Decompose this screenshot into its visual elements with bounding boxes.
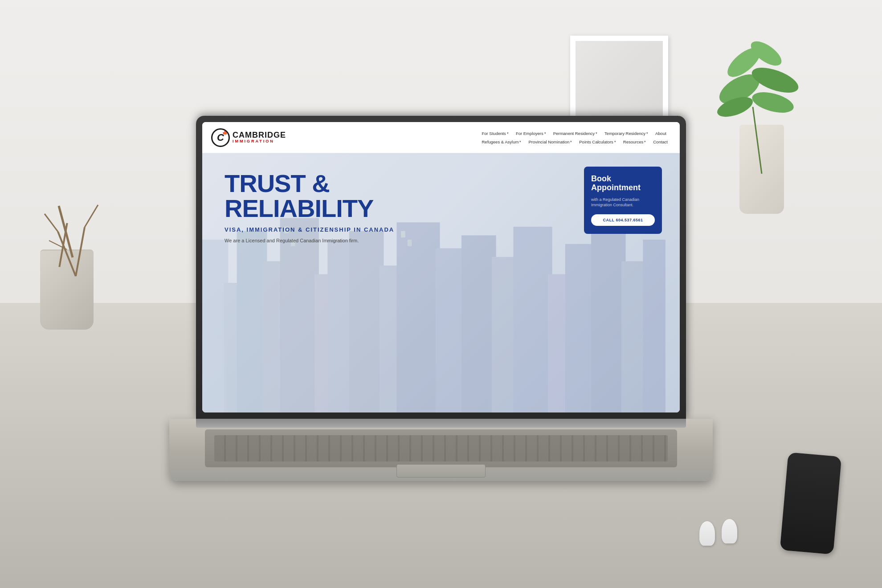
chevron-down-icon: ▾ — [570, 140, 572, 143]
svg-rect-25 — [513, 227, 552, 412]
svg-line-3 — [85, 205, 98, 227]
chevron-down-icon: ▾ — [507, 131, 509, 135]
trackpad[interactable] — [396, 464, 486, 478]
keyboard-keys — [214, 435, 668, 462]
laptop-hinge — [196, 419, 686, 428]
chevron-down-icon: ▾ — [644, 140, 646, 143]
nav-refugees-asylum[interactable]: Refugees & Asylum ▾ — [478, 138, 524, 146]
phone — [780, 452, 842, 555]
airpod-right — [722, 519, 737, 543]
plant-left — [22, 196, 111, 330]
laptop-screen: C 🍁 CAMBRIDGE IMMIGRATION For Students — [202, 122, 680, 412]
chevron-down-icon: ▾ — [544, 131, 546, 135]
svg-line-2 — [45, 214, 58, 232]
plant-right — [704, 36, 815, 214]
svg-line-0 — [58, 232, 76, 276]
airpod-left — [699, 521, 715, 546]
chevron-down-icon: ▾ — [519, 140, 521, 143]
navigation: C 🍁 CAMBRIDGE IMMIGRATION For Students — [202, 122, 680, 153]
svg-rect-27 — [565, 244, 596, 412]
hero-content: TRUST & RELIABILITY VISA, IMMIGRATION & … — [202, 153, 489, 262]
airpods — [699, 519, 753, 546]
company-name: CAMBRIDGE — [233, 131, 286, 140]
laptop-keyboard — [205, 429, 677, 467]
appointment-description: with a Regulated Canadian Immigration Co… — [591, 197, 655, 208]
logo[interactable]: C 🍁 CAMBRIDGE IMMIGRATION — [211, 128, 286, 147]
svg-rect-28 — [591, 231, 626, 412]
laptop: C 🍁 CAMBRIDGE IMMIGRATION For Students — [169, 116, 713, 481]
nav-for-students[interactable]: For Students ▾ — [478, 130, 511, 137]
nav-provincial-nomination[interactable]: Provincial Nomination ▾ — [525, 138, 575, 146]
plant-branches-left — [31, 196, 120, 285]
logo-icon: C 🍁 — [211, 128, 230, 147]
nav-row-2: Refugees & Asylum ▾ Provincial Nominatio… — [478, 138, 671, 146]
nav-links: For Students ▾ For Employers ▾ Permanent… — [478, 130, 671, 146]
hero-description: We are a Licensed and Regulated Canadian… — [225, 237, 466, 244]
logo-text: CAMBRIDGE IMMIGRATION — [233, 131, 286, 144]
chevron-down-icon: ▾ — [596, 131, 597, 135]
svg-rect-30 — [643, 240, 665, 412]
company-tagline: IMMIGRATION — [233, 139, 286, 144]
svg-rect-22 — [436, 248, 466, 412]
nav-contact[interactable]: Contact — [650, 138, 671, 146]
laptop-lid: C 🍁 CAMBRIDGE IMMIGRATION For Students — [196, 116, 686, 419]
hero-subtitle: VISA, IMMIGRATION & CITIZENSHIP IN CANAD… — [225, 226, 466, 233]
maple-leaf-icon: 🍁 — [222, 131, 228, 135]
plant-leaves-right — [704, 36, 815, 178]
nav-points-calculators[interactable]: Points Calculators ▾ — [576, 138, 619, 146]
nav-for-employers[interactable]: For Employers ▾ — [513, 130, 549, 137]
nav-permanent-residency[interactable]: Permanent Residency ▾ — [550, 130, 600, 137]
svg-line-1 — [76, 227, 85, 276]
website-container: C 🍁 CAMBRIDGE IMMIGRATION For Students — [202, 122, 680, 412]
svg-line-5 — [753, 107, 762, 174]
laptop-base — [169, 419, 713, 481]
svg-point-7 — [749, 63, 801, 98]
call-button[interactable]: CALL 604.537.6561 — [591, 214, 655, 226]
appointment-card: Book Appointment with a Regulated Canadi… — [584, 167, 662, 234]
nav-resources[interactable]: Resources ▾ — [620, 138, 649, 146]
nav-about[interactable]: About — [652, 130, 670, 137]
hero-title: TRUST & RELIABILITY — [225, 171, 466, 221]
hero-section: TRUST & RELIABILITY VISA, IMMIGRATION & … — [202, 153, 680, 412]
appointment-title: Book Appointment — [591, 175, 655, 192]
nav-temporary-residency[interactable]: Temporary Residency ▾ — [601, 130, 651, 137]
chevron-down-icon: ▾ — [614, 140, 616, 143]
nav-row-1: For Students ▾ For Employers ▾ Permanent… — [478, 130, 671, 137]
chevron-down-icon: ▾ — [646, 131, 648, 135]
